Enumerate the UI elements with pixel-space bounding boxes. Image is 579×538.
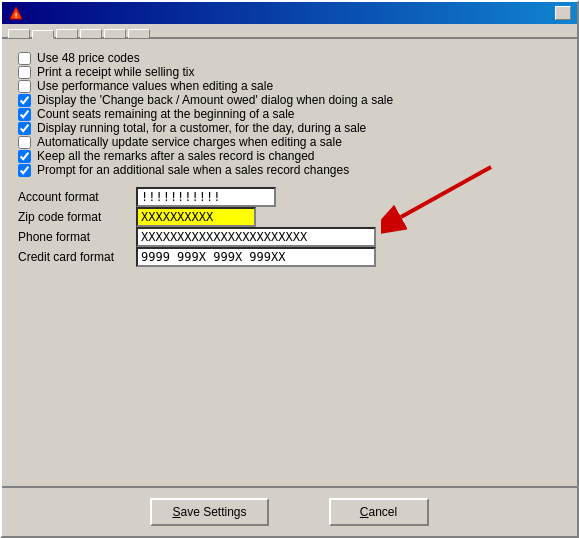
app-icon: ! — [8, 5, 24, 21]
tab-credit-cards[interactable] — [104, 29, 126, 38]
checkbox-label: Use 48 price codes — [37, 51, 140, 65]
format-row: Account format — [18, 187, 561, 207]
checkbox-row: Automatically update service charges whe… — [18, 135, 561, 149]
tab-mailing-list[interactable] — [56, 29, 78, 38]
checkbox-label: Use performance values when editing a sa… — [37, 79, 273, 93]
main-window: ! Use 48 price codesPrint a receipt whil… — [0, 0, 579, 538]
save-label: Save Settings — [172, 505, 246, 519]
cancel-label: Cancel — [360, 505, 397, 519]
checkbox-label: Display the 'Change back / Amount owed' … — [37, 93, 393, 107]
format-label: Phone format — [18, 230, 128, 244]
format-input-0[interactable] — [136, 187, 276, 207]
title-buttons — [555, 6, 571, 20]
checkbox-5[interactable] — [18, 122, 31, 135]
checkbox-2[interactable] — [18, 80, 31, 93]
checkbox-row: Display the 'Change back / Amount owed' … — [18, 93, 561, 107]
checkbox-row: Keep all the remarks after a sales recor… — [18, 149, 561, 163]
checkbox-row: Prompt for an additional sale when a sal… — [18, 163, 561, 177]
formats-container: Account formatZip code formatPhone forma… — [18, 187, 561, 267]
format-row: Phone format — [18, 227, 561, 247]
title-bar: ! — [2, 2, 577, 24]
bottom-bar: Save Settings Cancel — [2, 486, 577, 536]
checkbox-label: Print a receipt while selling tix — [37, 65, 194, 79]
checkbox-row: Count seats remaining at the beginning o… — [18, 107, 561, 121]
tab-chart-options[interactable] — [80, 29, 102, 38]
checkboxes-container: Use 48 price codesPrint a receipt while … — [18, 51, 561, 177]
checkbox-label: Count seats remaining at the beginning o… — [37, 107, 295, 121]
checkbox-row: Print a receipt while selling tix — [18, 65, 561, 79]
close-button[interactable] — [555, 6, 571, 20]
checkbox-7[interactable] — [18, 150, 31, 163]
checkbox-4[interactable] — [18, 108, 31, 121]
tab-bar — [2, 24, 577, 39]
format-with-arrow: Account formatZip code formatPhone forma… — [18, 187, 561, 267]
format-label: Credit card format — [18, 250, 128, 264]
format-label: Zip code format — [18, 210, 128, 224]
checkbox-label: Prompt for an additional sale when a sal… — [37, 163, 349, 177]
checkbox-1[interactable] — [18, 66, 31, 79]
checkbox-row: Display running total, for a customer, f… — [18, 121, 561, 135]
svg-text:!: ! — [15, 11, 18, 20]
cancel-button[interactable]: Cancel — [329, 498, 429, 526]
format-section: Account formatZip code formatPhone forma… — [18, 187, 561, 267]
checkbox-3[interactable] — [18, 94, 31, 107]
checkbox-label: Display running total, for a customer, f… — [37, 121, 366, 135]
checkbox-0[interactable] — [18, 52, 31, 65]
checkbox-row: Use performance values when editing a sa… — [18, 79, 561, 93]
tab-options1[interactable] — [8, 29, 30, 38]
checkbox-row: Use 48 price codes — [18, 51, 561, 65]
format-input-2[interactable] — [136, 227, 376, 247]
checkbox-label: Keep all the remarks after a sales recor… — [37, 149, 314, 163]
format-row: Zip code format — [18, 207, 561, 227]
format-row: Credit card format — [18, 247, 561, 267]
tab-options2[interactable] — [32, 30, 54, 39]
checkbox-8[interactable] — [18, 164, 31, 177]
tab-sale-settings[interactable] — [128, 29, 150, 38]
content-area: Use 48 price codesPrint a receipt while … — [2, 39, 577, 486]
checkbox-label: Automatically update service charges whe… — [37, 135, 342, 149]
format-input-1[interactable] — [136, 207, 256, 227]
title-bar-left: ! — [8, 5, 28, 21]
format-input-3[interactable] — [136, 247, 376, 267]
save-button[interactable]: Save Settings — [150, 498, 268, 526]
checkbox-6[interactable] — [18, 136, 31, 149]
format-label: Account format — [18, 190, 128, 204]
